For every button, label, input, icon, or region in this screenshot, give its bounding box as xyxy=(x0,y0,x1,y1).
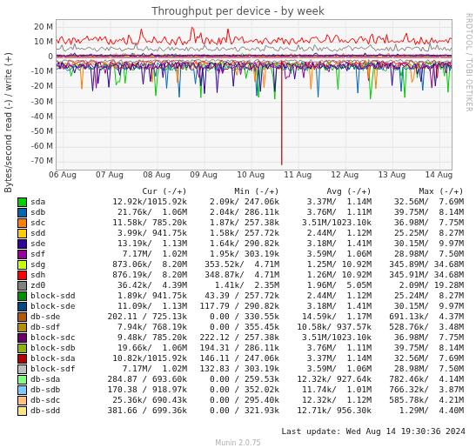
legend-cur: 11.58k/ 785.20k xyxy=(95,217,187,228)
legend-cur: 11.09k/ 1.13M xyxy=(95,301,187,311)
legend-avg: 1.96M/ 5.05M xyxy=(279,280,372,291)
legend-max: 782.46k/ 4.14M xyxy=(372,374,464,384)
legend-series-name: sdf xyxy=(30,249,95,259)
legend-header-max: Max (-/+) xyxy=(372,186,464,197)
legend-row: db-sdd381.66 / 699.36k0.00 / 321.93k12.7… xyxy=(17,405,461,416)
legend-min: 2.09k/ 247.06k xyxy=(187,197,279,207)
legend-avg: 3.51M/1023.10k xyxy=(279,332,372,343)
legend-cur: 873.06k/ 8.20M xyxy=(95,259,187,270)
legend-row: db-sdf7.94k/ 768.19k0.00 / 355.45k10.58k… xyxy=(17,322,461,332)
legend-swatch xyxy=(17,260,27,270)
legend-max: 30.15M/ 9.97M xyxy=(372,238,464,249)
x-tick-label: 08 Aug xyxy=(143,171,171,179)
chart-legend: Cur (-/+)Min (-/+)Avg (-/+)Max (-/+)sda1… xyxy=(17,186,461,416)
legend-swatch xyxy=(17,229,27,238)
legend-avg: 3.76M/ 1.11M xyxy=(279,343,372,353)
legend-swatch xyxy=(17,354,27,364)
legend-avg: 10.58k/ 937.57k xyxy=(279,322,372,332)
legend-series-name: sda xyxy=(30,197,95,207)
legend-avg: 3.37M/ 1.14M xyxy=(279,353,372,364)
legend-row: db-sda284.87 / 693.60k0.00 / 259.53k12.3… xyxy=(17,374,461,384)
chart-plot-area xyxy=(56,19,453,171)
legend-max: 39.75M/ 8.14M xyxy=(372,207,464,217)
legend-min: 1.58k/ 257.72k xyxy=(187,228,279,238)
legend-swatch xyxy=(17,239,27,249)
legend-max: 28.98M/ 7.50M xyxy=(372,249,464,259)
legend-swatch xyxy=(17,396,27,405)
legend-min: 117.79 / 290.82k xyxy=(187,301,279,311)
y-tick-label: -50 M xyxy=(31,127,53,136)
legend-min: 0.00 / 330.55k xyxy=(187,311,279,322)
legend-series-name: zd0 xyxy=(30,280,95,291)
y-axis-label: Bytes/second read (-) / write (+) xyxy=(3,52,13,193)
legend-swatch xyxy=(17,385,27,395)
munin-graph-page: Throughput per device - by week RRDTOOL … xyxy=(0,0,476,448)
legend-cur: 876.19k/ 8.20M xyxy=(95,270,187,280)
legend-max: 691.13k/ 4.37M xyxy=(372,311,464,322)
y-tick-label: -60 M xyxy=(31,142,53,150)
legend-min: 0.00 / 352.02k xyxy=(187,384,279,395)
legend-cur: 1.89k/ 941.75k xyxy=(95,291,187,301)
legend-series-name: block-sde xyxy=(30,301,95,311)
legend-max: 1.29M/ 4.40M xyxy=(372,405,464,416)
legend-avg: 2.44M/ 1.12M xyxy=(279,228,372,238)
legend-cur: 10.82k/1015.92k xyxy=(95,353,187,364)
y-tick-label: -40 M xyxy=(31,112,53,121)
legend-avg: 3.37M/ 1.14M xyxy=(279,197,372,207)
legend-cur: 25.36k/ 690.43k xyxy=(95,395,187,405)
legend-row: sdg873.06k/ 8.20M353.52k/ 4.71M1.25M/ 10… xyxy=(17,259,461,270)
legend-row: sdh876.19k/ 8.20M348.87k/ 4.71M1.26M/ 10… xyxy=(17,270,461,280)
legend-cur: 13.19k/ 1.13M xyxy=(95,238,187,249)
x-axis-ticks: 06 Aug07 Aug08 Aug09 Aug10 Aug11 Aug12 A… xyxy=(56,171,451,183)
legend-max: 25.24M/ 8.27M xyxy=(372,291,464,301)
legend-cur: 19.66k/ 1.06M xyxy=(95,343,187,353)
y-tick-label: 0 xyxy=(48,52,53,61)
x-tick-label: 07 Aug xyxy=(96,171,124,179)
legend-min: 146.11 / 247.06k xyxy=(187,353,279,364)
legend-avg: 3.18M/ 1.41M xyxy=(279,301,372,311)
x-tick-label: 12 Aug xyxy=(331,171,359,179)
legend-max: 36.98M/ 7.75M xyxy=(372,332,464,343)
legend-cur: 7.17M/ 1.02M xyxy=(95,364,187,374)
legend-swatch xyxy=(17,197,27,207)
legend-max: 345.91M/ 34.68M xyxy=(372,270,464,280)
legend-cur: 12.92k/1015.92k xyxy=(95,197,187,207)
y-tick-label: -20 M xyxy=(31,82,53,90)
legend-row: block-sdb19.66k/ 1.06M194.31 / 286.11k3.… xyxy=(17,343,461,353)
legend-row: block-sdf7.17M/ 1.02M132.83 / 303.19k3.5… xyxy=(17,364,461,374)
legend-cur: 9.48k/ 785.20k xyxy=(95,332,187,343)
legend-min: 0.00 / 355.45k xyxy=(187,322,279,332)
legend-series-name: block-sdc xyxy=(30,332,95,343)
legend-header-avg: Avg (-/+) xyxy=(279,186,372,197)
legend-swatch xyxy=(17,208,27,217)
x-tick-label: 10 Aug xyxy=(237,171,265,179)
legend-header-min: Min (-/+) xyxy=(187,186,279,197)
legend-series-name: block-sdb xyxy=(30,343,95,353)
y-tick-label: -30 M xyxy=(31,97,53,106)
legend-cur: 7.94k/ 768.19k xyxy=(95,322,187,332)
legend-swatch xyxy=(17,302,27,311)
legend-series-name: sdh xyxy=(30,270,95,280)
last-update-text: Last update: Wed Aug 14 19:30:36 2024 xyxy=(281,426,466,436)
legend-min: 353.52k/ 4.71M xyxy=(187,259,279,270)
legend-min: 2.04k/ 286.11k xyxy=(187,207,279,217)
legend-series-name: sdg xyxy=(30,259,95,270)
y-tick-label: 20 M xyxy=(34,23,53,31)
legend-cur: 21.76k/ 1.06M xyxy=(95,207,187,217)
legend-row: db-sdb170.38 / 918.97k0.00 / 352.02k11.7… xyxy=(17,384,461,395)
legend-avg: 3.59M/ 1.06M xyxy=(279,249,372,259)
legend-min: 194.31 / 286.11k xyxy=(187,343,279,353)
legend-avg: 2.44M/ 1.12M xyxy=(279,291,372,301)
y-tick-label: 10 M xyxy=(34,37,53,46)
legend-series-name: db-sde xyxy=(30,311,95,322)
legend-avg: 1.26M/ 10.92M xyxy=(279,270,372,280)
x-tick-label: 11 Aug xyxy=(284,171,312,179)
legend-avg: 14.59k/ 1.17M xyxy=(279,311,372,322)
legend-series-name: block-sdd xyxy=(30,291,95,301)
y-tick-label: -70 M xyxy=(31,157,53,165)
legend-cur: 7.17M/ 1.02M xyxy=(95,249,187,259)
legend-row: sdc11.58k/ 785.20k1.87k/ 257.38k3.51M/10… xyxy=(17,217,461,228)
munin-watermark: Munin 2.0.75 xyxy=(0,439,476,447)
legend-max: 36.98M/ 7.75M xyxy=(372,217,464,228)
legend-series-name: sdb xyxy=(30,207,95,217)
